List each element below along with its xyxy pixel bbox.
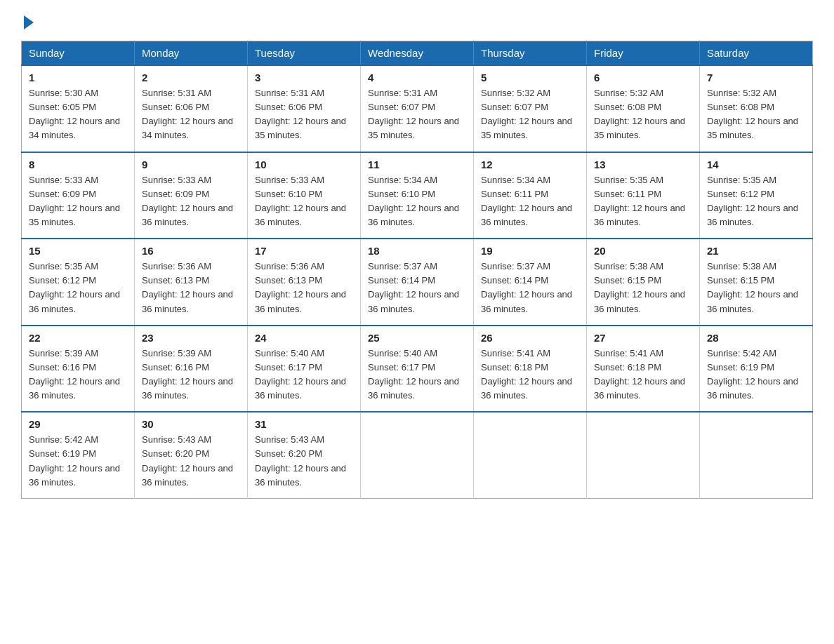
day-info: Sunrise: 5:36 AM Sunset: 6:13 PM Dayligh…	[255, 260, 353, 316]
day-number: 16	[142, 245, 240, 257]
calendar-cell: 24 Sunrise: 5:40 AM Sunset: 6:17 PM Dayl…	[248, 326, 361, 412]
day-number: 23	[142, 332, 240, 344]
day-number: 14	[707, 159, 805, 170]
day-number: 26	[481, 332, 579, 344]
day-info: Sunrise: 5:38 AM Sunset: 6:15 PM Dayligh…	[594, 260, 692, 316]
day-number: 1	[29, 72, 127, 83]
calendar-header-saturday: Saturday	[700, 41, 813, 66]
calendar-header-monday: Monday	[135, 41, 248, 66]
day-number: 13	[594, 159, 692, 170]
day-info: Sunrise: 5:40 AM Sunset: 6:17 PM Dayligh…	[255, 347, 353, 403]
calendar-header-friday: Friday	[587, 41, 700, 66]
day-number: 12	[481, 159, 579, 170]
day-info: Sunrise: 5:34 AM Sunset: 6:11 PM Dayligh…	[481, 173, 579, 230]
calendar-week-row: 15 Sunrise: 5:35 AM Sunset: 6:12 PM Dayl…	[22, 239, 813, 326]
day-info: Sunrise: 5:35 AM Sunset: 6:11 PM Dayligh…	[594, 173, 692, 230]
day-info: Sunrise: 5:31 AM Sunset: 6:06 PM Dayligh…	[255, 86, 353, 143]
day-info: Sunrise: 5:38 AM Sunset: 6:15 PM Dayligh…	[707, 260, 805, 316]
day-number: 4	[368, 72, 466, 83]
day-info: Sunrise: 5:33 AM Sunset: 6:09 PM Dayligh…	[29, 173, 127, 230]
day-info: Sunrise: 5:42 AM Sunset: 6:19 PM Dayligh…	[707, 347, 805, 403]
day-info: Sunrise: 5:41 AM Sunset: 6:18 PM Dayligh…	[594, 347, 692, 403]
calendar-cell: 29 Sunrise: 5:42 AM Sunset: 6:19 PM Dayl…	[22, 412, 135, 498]
day-info: Sunrise: 5:33 AM Sunset: 6:09 PM Dayligh…	[142, 173, 240, 230]
day-info: Sunrise: 5:32 AM Sunset: 6:08 PM Dayligh…	[594, 86, 692, 143]
day-info: Sunrise: 5:30 AM Sunset: 6:05 PM Dayligh…	[29, 86, 127, 143]
calendar-cell: 6 Sunrise: 5:32 AM Sunset: 6:08 PM Dayli…	[587, 65, 700, 152]
day-info: Sunrise: 5:43 AM Sunset: 6:20 PM Dayligh…	[142, 433, 240, 490]
day-number: 11	[368, 159, 466, 170]
day-info: Sunrise: 5:35 AM Sunset: 6:12 PM Dayligh…	[29, 260, 127, 316]
calendar-cell: 22 Sunrise: 5:39 AM Sunset: 6:16 PM Dayl…	[22, 326, 135, 412]
calendar-cell: 1 Sunrise: 5:30 AM Sunset: 6:05 PM Dayli…	[22, 65, 135, 152]
calendar-cell: 4 Sunrise: 5:31 AM Sunset: 6:07 PM Dayli…	[361, 65, 474, 152]
day-info: Sunrise: 5:42 AM Sunset: 6:19 PM Dayligh…	[29, 433, 127, 490]
calendar-cell: 31 Sunrise: 5:43 AM Sunset: 6:20 PM Dayl…	[248, 412, 361, 498]
day-number: 27	[594, 332, 692, 344]
day-info: Sunrise: 5:37 AM Sunset: 6:14 PM Dayligh…	[481, 260, 579, 316]
logo	[21, 14, 34, 27]
day-info: Sunrise: 5:40 AM Sunset: 6:17 PM Dayligh…	[368, 347, 466, 403]
day-number: 7	[707, 72, 805, 83]
day-info: Sunrise: 5:39 AM Sunset: 6:16 PM Dayligh…	[142, 347, 240, 403]
day-number: 31	[255, 418, 353, 430]
day-number: 3	[255, 72, 353, 83]
day-number: 19	[481, 245, 579, 257]
day-number: 6	[594, 72, 692, 83]
day-number: 21	[707, 245, 805, 257]
calendar-cell: 10 Sunrise: 5:33 AM Sunset: 6:10 PM Dayl…	[248, 152, 361, 239]
day-number: 2	[142, 72, 240, 83]
calendar-cell: 11 Sunrise: 5:34 AM Sunset: 6:10 PM Dayl…	[361, 152, 474, 239]
calendar-cell	[700, 412, 813, 498]
calendar-cell: 8 Sunrise: 5:33 AM Sunset: 6:09 PM Dayli…	[22, 152, 135, 239]
day-number: 29	[29, 418, 127, 430]
day-info: Sunrise: 5:32 AM Sunset: 6:08 PM Dayligh…	[707, 86, 805, 143]
calendar-week-row: 1 Sunrise: 5:30 AM Sunset: 6:05 PM Dayli…	[22, 65, 813, 152]
calendar-week-row: 8 Sunrise: 5:33 AM Sunset: 6:09 PM Dayli…	[22, 152, 813, 239]
calendar-week-row: 22 Sunrise: 5:39 AM Sunset: 6:16 PM Dayl…	[22, 326, 813, 412]
calendar-header-row: SundayMondayTuesdayWednesdayThursdayFrid…	[22, 41, 813, 66]
calendar-header-thursday: Thursday	[474, 41, 587, 66]
calendar-cell	[587, 412, 700, 498]
page-header	[21, 14, 813, 27]
day-number: 17	[255, 245, 353, 257]
day-info: Sunrise: 5:37 AM Sunset: 6:14 PM Dayligh…	[368, 260, 466, 316]
calendar-cell: 25 Sunrise: 5:40 AM Sunset: 6:17 PM Dayl…	[361, 326, 474, 412]
day-info: Sunrise: 5:32 AM Sunset: 6:07 PM Dayligh…	[481, 86, 579, 143]
calendar-cell: 16 Sunrise: 5:36 AM Sunset: 6:13 PM Dayl…	[135, 239, 248, 326]
day-number: 18	[368, 245, 466, 257]
day-info: Sunrise: 5:41 AM Sunset: 6:18 PM Dayligh…	[481, 347, 579, 403]
day-info: Sunrise: 5:34 AM Sunset: 6:10 PM Dayligh…	[368, 173, 466, 230]
calendar-cell: 26 Sunrise: 5:41 AM Sunset: 6:18 PM Dayl…	[474, 326, 587, 412]
day-info: Sunrise: 5:36 AM Sunset: 6:13 PM Dayligh…	[142, 260, 240, 316]
calendar-cell: 14 Sunrise: 5:35 AM Sunset: 6:12 PM Dayl…	[700, 152, 813, 239]
calendar-cell	[361, 412, 474, 498]
calendar-cell: 2 Sunrise: 5:31 AM Sunset: 6:06 PM Dayli…	[135, 65, 248, 152]
calendar-cell	[474, 412, 587, 498]
calendar-cell: 5 Sunrise: 5:32 AM Sunset: 6:07 PM Dayli…	[474, 65, 587, 152]
day-number: 20	[594, 245, 692, 257]
day-number: 25	[368, 332, 466, 344]
day-number: 5	[481, 72, 579, 83]
calendar-cell: 18 Sunrise: 5:37 AM Sunset: 6:14 PM Dayl…	[361, 239, 474, 326]
calendar-cell: 15 Sunrise: 5:35 AM Sunset: 6:12 PM Dayl…	[22, 239, 135, 326]
day-number: 9	[142, 159, 240, 170]
day-info: Sunrise: 5:31 AM Sunset: 6:07 PM Dayligh…	[368, 86, 466, 143]
day-info: Sunrise: 5:31 AM Sunset: 6:06 PM Dayligh…	[142, 86, 240, 143]
day-info: Sunrise: 5:43 AM Sunset: 6:20 PM Dayligh…	[255, 433, 353, 490]
day-number: 30	[142, 418, 240, 430]
day-number: 24	[255, 332, 353, 344]
calendar-cell: 21 Sunrise: 5:38 AM Sunset: 6:15 PM Dayl…	[700, 239, 813, 326]
day-info: Sunrise: 5:35 AM Sunset: 6:12 PM Dayligh…	[707, 173, 805, 230]
day-number: 8	[29, 159, 127, 170]
calendar-header-tuesday: Tuesday	[248, 41, 361, 66]
calendar-cell: 23 Sunrise: 5:39 AM Sunset: 6:16 PM Dayl…	[135, 326, 248, 412]
calendar-cell: 13 Sunrise: 5:35 AM Sunset: 6:11 PM Dayl…	[587, 152, 700, 239]
calendar-cell: 19 Sunrise: 5:37 AM Sunset: 6:14 PM Dayl…	[474, 239, 587, 326]
logo-arrow-icon	[24, 15, 34, 29]
day-number: 28	[707, 332, 805, 344]
day-info: Sunrise: 5:39 AM Sunset: 6:16 PM Dayligh…	[29, 347, 127, 403]
calendar-header-sunday: Sunday	[22, 41, 135, 66]
calendar-cell: 7 Sunrise: 5:32 AM Sunset: 6:08 PM Dayli…	[700, 65, 813, 152]
day-number: 10	[255, 159, 353, 170]
